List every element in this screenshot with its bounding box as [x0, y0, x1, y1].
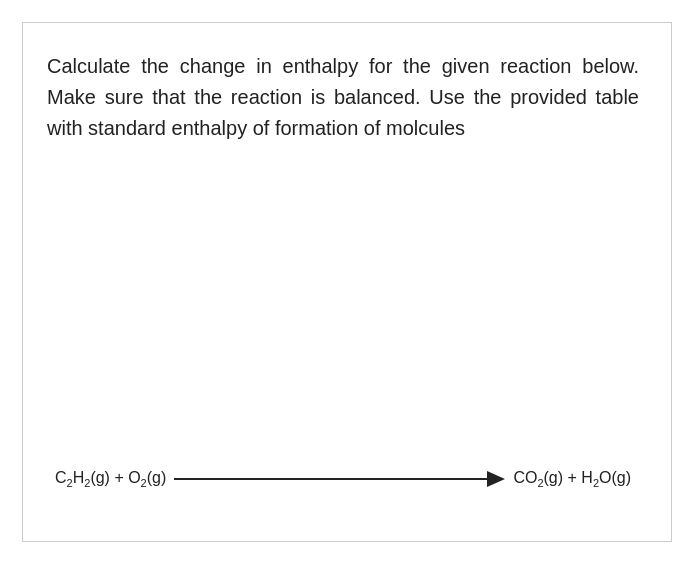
reaction-arrow [174, 471, 505, 487]
products: CO2(g) + H2O(g) [513, 469, 631, 489]
reactants: C2H2(g) + O2(g) [55, 469, 166, 489]
main-card: Calculate the change in enthalpy for the… [22, 22, 672, 542]
reaction-equation: C2H2(g) + O2(g) CO2(g) + H2O(g) [47, 469, 639, 489]
instruction-text: Calculate the change in enthalpy for the… [47, 51, 639, 144]
